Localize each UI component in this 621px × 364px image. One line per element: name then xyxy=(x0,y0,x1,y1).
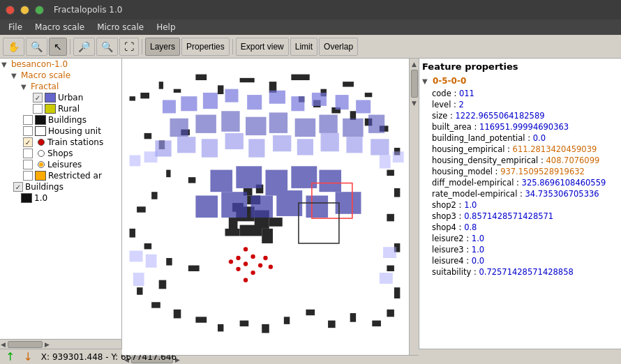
prop-value: 2 xyxy=(459,100,464,109)
search-button[interactable]: 🔎 xyxy=(73,38,95,56)
prop-value: 0.0 xyxy=(533,133,546,143)
prop-value: 1.0 xyxy=(472,245,484,255)
menu-file[interactable]: File xyxy=(3,21,28,33)
export-view-button[interactable]: Export view xyxy=(236,38,289,56)
svg-rect-71 xyxy=(356,100,371,113)
search-icon: 🔎 xyxy=(78,41,90,52)
layer-urban[interactable]: Urban xyxy=(0,92,121,103)
prop-row: built_area : 116951.99994690363 xyxy=(422,121,618,132)
svg-rect-11 xyxy=(343,82,354,86)
menu-macro-scale[interactable]: Macro scale xyxy=(29,21,90,33)
svg-rect-72 xyxy=(170,119,188,137)
vscroll-thumb[interactable] xyxy=(411,70,418,98)
layer-swatch-value: 1.0 xyxy=(34,193,47,203)
restricted-checkbox[interactable] xyxy=(23,171,33,181)
svg-rect-53 xyxy=(394,188,400,197)
layer-restricted-label: Restricted ar xyxy=(48,171,102,181)
svg-point-118 xyxy=(250,271,255,275)
menu-micro-scale[interactable]: Micro scale xyxy=(91,21,149,33)
layer-fractal-label: Fractal xyxy=(31,82,59,91)
prop-value: 116951.99994690363 xyxy=(479,122,569,132)
map-area[interactable] xyxy=(122,59,409,355)
layer-buildings2-label: Buildings xyxy=(25,182,63,192)
layers-button[interactable]: Layers xyxy=(145,38,180,56)
svg-point-123 xyxy=(244,278,248,282)
select-button[interactable]: ↖ xyxy=(49,38,67,56)
layer-buildings-item[interactable]: Buildings xyxy=(0,114,121,126)
prop-value: 408.7076099 xyxy=(546,156,600,165)
prop-section-header[interactable]: ▼ 0-5-0-0 xyxy=(422,76,618,86)
fullscreen-button[interactable]: ⛶ xyxy=(119,38,139,56)
overlap-button[interactable]: Overlap xyxy=(319,38,358,56)
layer-shops[interactable]: Shops xyxy=(0,148,121,159)
layer-urban-label: Urban xyxy=(58,93,83,103)
left-scroll-left[interactable]: ◀ xyxy=(0,340,6,349)
left-hscrollbar[interactable]: ◀ ▶ xyxy=(0,339,121,349)
svg-rect-37 xyxy=(151,302,160,308)
status-up-arrow[interactable]: ↑ xyxy=(6,350,15,363)
menu-help[interactable]: Help xyxy=(151,21,181,33)
toolbar-separator-3 xyxy=(232,39,233,54)
vscroll-down-arrow[interactable]: ▼ xyxy=(411,99,417,107)
rural-checkbox[interactable] xyxy=(33,104,43,114)
vscroll-up-arrow[interactable]: ▲ xyxy=(411,60,417,68)
layer-root[interactable]: ▼ besancon-1.0 xyxy=(0,59,121,70)
properties-button[interactable]: Properties xyxy=(181,38,230,56)
layer-fractal[interactable]: ▼ Fractal xyxy=(0,81,121,92)
select-icon: ↖ xyxy=(54,41,62,52)
svg-rect-38 xyxy=(174,310,181,319)
svg-rect-45 xyxy=(328,321,336,328)
svg-rect-79 xyxy=(343,119,364,137)
svg-rect-27 xyxy=(166,170,170,178)
left-scroll-right[interactable]: ▶ xyxy=(44,340,50,349)
layer-buildings2[interactable]: Buildings xyxy=(0,181,121,192)
zoom-in-button[interactable]: 🔍 xyxy=(26,38,47,56)
layer-restricted[interactable]: Restricted ar xyxy=(0,170,121,181)
urban-checkbox[interactable] xyxy=(33,93,43,103)
svg-rect-4 xyxy=(174,89,181,93)
buildings-checkbox[interactable] xyxy=(23,115,33,125)
svg-rect-83 xyxy=(202,139,218,157)
layer-buildings-label: Buildings xyxy=(48,115,87,125)
maximize-button[interactable] xyxy=(35,6,44,15)
swatch-black xyxy=(21,193,32,203)
layer-macro-label: Macro scale xyxy=(21,70,70,80)
search2-button[interactable]: 🔍 xyxy=(96,38,118,56)
layer-housing[interactable]: Housing unit xyxy=(0,126,121,137)
close-button[interactable] xyxy=(6,6,15,15)
svg-rect-104 xyxy=(380,155,391,168)
map-vscrollbar[interactable]: ▲ ▼ xyxy=(409,59,419,355)
layer-rural[interactable]: Rural xyxy=(0,103,121,114)
prop-value: 0.8 xyxy=(464,222,477,232)
shops-checkbox[interactable] xyxy=(23,149,33,158)
layer-train[interactable]: Train stations xyxy=(0,137,121,148)
svg-rect-62 xyxy=(163,100,176,113)
train-swatch xyxy=(38,139,45,146)
minimize-button[interactable] xyxy=(20,6,29,15)
housing-swatch xyxy=(35,126,46,136)
map-canvas xyxy=(122,59,409,355)
svg-rect-75 xyxy=(246,117,267,135)
prop-row: size : 1222.9655064182589 xyxy=(422,110,618,121)
svg-point-119 xyxy=(236,267,240,271)
train-checkbox[interactable] xyxy=(23,137,33,147)
svg-rect-78 xyxy=(319,115,337,133)
layer-housing-label: Housing unit xyxy=(48,126,101,136)
svg-rect-68 xyxy=(291,96,304,111)
prop-value: 0.72571428571428858 xyxy=(479,267,573,277)
buildings-swatch xyxy=(35,115,46,125)
status-down-arrow[interactable]: ↓ xyxy=(23,350,32,363)
layer-rural-label: Rural xyxy=(58,104,80,114)
svg-point-117 xyxy=(244,247,248,251)
svg-rect-41 xyxy=(240,321,249,326)
svg-rect-86 xyxy=(273,135,291,151)
limit-button[interactable]: Limit xyxy=(290,38,317,56)
layer-leisures[interactable]: Leisures xyxy=(0,159,121,170)
left-scroll-thumb[interactable] xyxy=(8,341,43,348)
svg-rect-69 xyxy=(312,93,327,106)
leisures-checkbox[interactable] xyxy=(23,160,33,169)
layer-macro[interactable]: ▼ Macro scale xyxy=(0,70,121,81)
buildings2-checkbox[interactable] xyxy=(13,182,23,192)
hand-tool-button[interactable]: ✋ xyxy=(3,38,24,56)
housing-checkbox[interactable] xyxy=(23,126,33,136)
